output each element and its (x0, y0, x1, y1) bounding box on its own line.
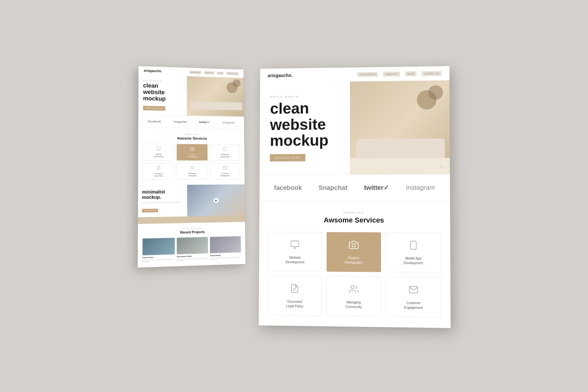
right-services-title: Awsome Services (268, 216, 441, 224)
document-icon (156, 166, 161, 170)
left-nav-link-4[interactable]: CONTACT US (226, 71, 238, 75)
left-project-image-3 (210, 236, 241, 253)
right-logo: arisgaucho. (268, 73, 293, 78)
right-nav-link-4[interactable]: CONTACT US (422, 71, 441, 76)
left-service-3: Mobile AppDevelopment (210, 144, 240, 161)
left-project-name-1: Flower Power (142, 255, 175, 258)
svg-point-8 (191, 166, 193, 168)
right-service-name-2: ProductPhotography (344, 256, 363, 265)
right-nav-link-2[interactable]: ABOUT US (383, 71, 400, 77)
left-project-2: Abstraction Project My first thought abo… (177, 237, 208, 262)
right-nav: arisgaucho. OUR SERVICE ABOUT US BLOG CO… (260, 66, 449, 82)
left-nav-links: MARKETING ABOUT US BLOG CONTACT US (189, 70, 238, 75)
left-project-name-3: Virtual Reality (210, 253, 241, 256)
left-brand-facebook: facebook (148, 120, 161, 123)
right-hero: HELLO WORLD cleanwebsitemockup EXPLORE M… (260, 80, 450, 174)
left-project-3: Virtual Reality My first thought about a… (210, 236, 241, 261)
right-camera-icon (348, 239, 360, 251)
left-minimalist-body: My first thought visual art, as a lady, … (142, 201, 183, 203)
left-logo: arisgaucho. (144, 69, 162, 73)
svg-rect-9 (291, 241, 299, 247)
left-service-5: ManagingCommunity (177, 163, 207, 180)
right-floor (350, 158, 450, 174)
right-mail-icon (407, 284, 419, 295)
left-service-name-5: ManagingCommunity (188, 172, 196, 177)
left-project-desc-2: My first thought about art, as a lady, w… (177, 257, 208, 262)
right-monitor-icon (289, 239, 301, 250)
mockup-left: arisgaucho. MARKETING ABOUT US BLOG CONT… (138, 66, 245, 267)
right-nav-link-1[interactable]: OUR SERVICE (357, 72, 378, 77)
right-service-5: ManagingCommunity (326, 276, 381, 316)
camera-icon (190, 147, 195, 151)
left-brands-row: facebook Snapchat twitter✓ Instagram (138, 115, 244, 129)
right-room-deco-2 (428, 85, 443, 99)
left-hero-hello: HELLO WORLD (143, 79, 182, 82)
right-hero-image: → (350, 80, 450, 174)
left-projects-grid: Flower Power My first thought about art,… (142, 236, 241, 263)
right-hero-btn[interactable]: EXPLORE MORE (270, 154, 305, 161)
left-project-desc-1: My first thought about art, as a lady, w… (142, 258, 175, 263)
left-nav-link-3[interactable]: BLOG (217, 71, 224, 74)
right-brand-facebook: facebook (274, 184, 302, 191)
left-brand-snapchat: Snapchat (173, 120, 186, 124)
play-button[interactable]: ▶ (214, 198, 219, 203)
left-brand-instagram: Instagram (222, 121, 235, 124)
right-service-2: ProductPhotography (326, 232, 381, 272)
right-service-name-1: WebsiteDevelopment (286, 255, 304, 264)
right-hero-hello: HELLO WORLD (270, 95, 340, 98)
left-project-1: Flower Power My first thought about art,… (142, 238, 175, 263)
left-hero-btn[interactable]: EXPLORE MORE (143, 106, 165, 110)
right-users-icon (348, 283, 360, 295)
right-hero-title: cleanwebsitemockup (270, 100, 340, 149)
left-service-name-4: DocumentLegal Policy (154, 172, 163, 177)
left-hero-title: cleanwebsitemockup (143, 82, 182, 102)
right-brand-twitter: twitter✓ (364, 183, 389, 191)
right-service-name-4: DocumentLegal Policy (286, 299, 304, 309)
left-nav-link-2[interactable]: ABOUT US (204, 71, 215, 74)
svg-point-17 (351, 285, 354, 288)
left-minimalist-image: ▶ (187, 184, 245, 216)
right-arrow-icon: → (439, 164, 443, 169)
right-brands-row: facebook Snapchat twitter✓ Instagram (259, 174, 450, 201)
left-nav-link-1[interactable]: MARKETING (189, 70, 201, 74)
left-service-name-6: CustomerEngagement (221, 172, 230, 177)
left-minimalist-title: minimalistmockup. (142, 189, 183, 200)
right-service-1: WebsiteDevelopment (268, 232, 322, 272)
mockup-right: arisgaucho. OUR SERVICE ABOUT US BLOG CO… (259, 66, 451, 328)
page-wrapper: arisgaucho. MARKETING ABOUT US BLOG CONT… (126, 54, 462, 339)
right-brand-instagram: Instagram (406, 184, 435, 191)
left-minimalist: minimalistmockup. My first thought visua… (138, 184, 245, 217)
right-services-label: SERVICES (268, 211, 441, 214)
svg-point-3 (192, 148, 193, 150)
left-brand-twitter: twitter✓ (199, 120, 210, 124)
svg-point-12 (352, 243, 355, 247)
right-services: SERVICES Awsome Services WebsiteDevelopm… (259, 201, 451, 328)
right-nav-link-3[interactable]: BLOG (405, 71, 417, 76)
left-service-name-1: WebsiteDevelopment (154, 153, 163, 157)
right-brand-snapchat: Snapchat (319, 184, 348, 191)
left-minimalist-btn[interactable]: LEARN MORE (142, 208, 158, 212)
right-phone-icon (407, 239, 419, 251)
phone-icon (223, 147, 228, 151)
right-service-name-6: CustomerEngagement (404, 301, 423, 310)
right-service-6: CustomerEngagement (386, 276, 441, 317)
left-hero-text: HELLO WORLD cleanwebsitemockup EXPLORE M… (138, 75, 187, 116)
right-service-name-5: ManagingCommunity (345, 300, 362, 309)
right-service-4: DocumentLegal Policy (268, 275, 322, 315)
left-services-grid: WebsiteDevelopment ProductPhotography Mo… (143, 144, 240, 180)
left-service-4: DocumentLegal Policy (143, 163, 174, 180)
left-service-name-3: Mobile AppDevelopment (220, 153, 230, 158)
right-nav-links: OUR SERVICE ABOUT US BLOG CONTACT US (357, 71, 442, 77)
left-hero-image (187, 76, 244, 117)
users-icon (190, 166, 195, 170)
left-service-6: CustomerEngagement (210, 163, 240, 180)
left-room-deco-2 (233, 79, 240, 87)
left-project-desc-3: My first thought about art, as a lady, w… (210, 256, 241, 261)
left-project-image-2 (177, 237, 208, 254)
left-service-1: WebsiteDevelopment (143, 144, 174, 160)
left-hero-image-inner (187, 76, 244, 117)
right-document-icon (289, 283, 301, 294)
left-services: SERVICES Awsome Services WebsiteDevelopm… (138, 128, 245, 185)
monitor-icon (156, 147, 161, 150)
left-hero: HELLO WORLD cleanwebsitemockup EXPLORE M… (138, 75, 244, 117)
